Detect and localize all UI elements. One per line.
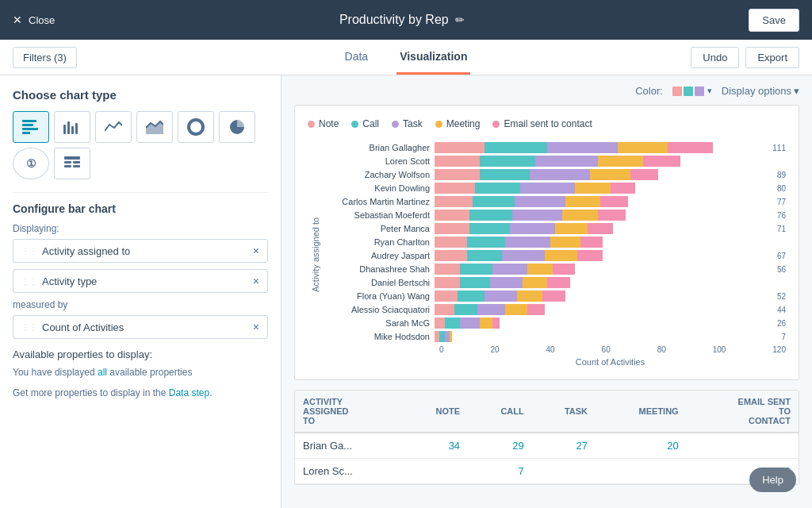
legend-email: Email sent to contact: [492, 118, 592, 129]
bar-row: Peter Manca71: [327, 223, 786, 234]
bar-value: 67: [777, 252, 786, 260]
legend-task: Task: [392, 118, 423, 129]
swatch-1: [672, 87, 682, 96]
chart-type-table[interactable]: [54, 148, 90, 179]
all-link[interactable]: all: [98, 367, 107, 378]
bar-segment-task: [485, 291, 517, 302]
bar-segment-email: [598, 210, 626, 221]
bar-segments: [435, 291, 769, 302]
bar-row: Zachary Wolfson89: [327, 169, 786, 180]
th-meeting: MEETING: [596, 391, 687, 433]
bar-segment-task: [515, 196, 565, 207]
bars-area: Brian Gallagher111Loren ScottZachary Wol…: [327, 142, 786, 342]
close-button[interactable]: ✕ Close: [13, 13, 55, 26]
bar-value: 26: [777, 319, 786, 328]
chart-type-vertical-bar[interactable]: [54, 111, 90, 143]
bar-segment-note: [435, 250, 467, 261]
field-label: Count of Activities: [42, 321, 124, 333]
remove-field-icon[interactable]: ×: [253, 275, 259, 287]
bar-segment-meeting: [517, 291, 542, 302]
svg-rect-1: [22, 124, 33, 126]
bar-row: Sebastian Moeferdt76: [327, 210, 786, 221]
bar-segment-meeting: [480, 318, 492, 329]
bar-segment-meeting: [505, 304, 528, 315]
bar-value: 44: [777, 306, 786, 314]
field-activity-type[interactable]: ⋮⋮ Activity type ×: [13, 269, 268, 293]
bar-segment-email: [580, 237, 603, 248]
td-note: 34: [402, 433, 468, 459]
displaying-label: Displaying:: [13, 223, 268, 234]
data-table: ACTIVITYASSIGNEDTO NOTE CALL TASK MEETIN…: [294, 390, 799, 485]
edit-icon[interactable]: ✏: [455, 13, 465, 26]
x-axis: 020406080100120: [435, 345, 786, 354]
td-note: [402, 459, 468, 484]
table-row: Brian Ga... 34 29 27 20: [295, 433, 799, 459]
bar-row: Loren Scott: [327, 156, 786, 167]
data-step-link[interactable]: Data step.: [169, 387, 213, 398]
close-icon: ✕: [13, 13, 22, 26]
bar-row: Kevin Dowling80: [327, 183, 786, 194]
svg-marker-8: [146, 121, 163, 134]
td-call: 29: [468, 433, 532, 459]
tabs-left: Filters (3): [13, 47, 342, 68]
display-options-button[interactable]: Display options ▾: [722, 85, 799, 97]
bar-label: Loren Scott: [327, 156, 430, 166]
available-title: Available properties to display:: [13, 348, 268, 360]
bar-segment-note: [435, 169, 480, 180]
bar-segment-task: [502, 250, 545, 261]
swatch-3: [695, 87, 704, 96]
remove-field-icon[interactable]: ×: [253, 244, 259, 257]
bar-segment-meeting: [598, 156, 643, 167]
bar-segment-note: [435, 291, 458, 302]
header-right: Save: [749, 9, 799, 32]
save-button[interactable]: Save: [749, 9, 799, 32]
bar-segment-email: [668, 142, 713, 153]
chart-types: ①: [13, 111, 268, 179]
field-count-activities[interactable]: ⋮⋮ Count of Activities ×: [13, 315, 268, 339]
bar-segments: [435, 210, 769, 221]
legend-label-task: Task: [403, 118, 423, 129]
field-label: Activity type: [42, 275, 97, 287]
bar-segment-note: [435, 210, 469, 221]
bar-row: Audrey Jaspart67: [327, 250, 786, 261]
tab-visualization[interactable]: Visualization: [396, 40, 470, 75]
chevron-down-icon: ▾: [794, 85, 799, 97]
measured-by-label: measured by: [13, 299, 268, 310]
help-button[interactable]: Help: [749, 468, 796, 492]
bar-segment-note: [435, 264, 460, 275]
legend-note: Note: [308, 118, 339, 129]
bar-segment-meeting: [618, 142, 668, 153]
chart-type-donut[interactable]: [178, 111, 214, 143]
svg-rect-15: [64, 165, 71, 167]
bar-segment-email: [577, 250, 603, 261]
more-props-text: Get more properties to display in the Da…: [13, 386, 268, 400]
chart-type-pie[interactable]: [219, 111, 255, 143]
bar-segment-email: [547, 277, 570, 288]
bar-segment-task: [512, 210, 562, 221]
bar-label: Alessio Sciacquatori: [327, 305, 430, 314]
filters-button[interactable]: Filters (3): [13, 47, 77, 68]
chart-type-number[interactable]: ①: [13, 148, 49, 179]
bar-value: 77: [777, 198, 786, 206]
chart-type-horizontal-bar[interactable]: [13, 111, 49, 143]
tab-data[interactable]: Data: [342, 40, 372, 75]
svg-rect-7: [75, 123, 78, 134]
export-button[interactable]: Export: [745, 47, 799, 68]
bar-segment-meeting: [545, 250, 577, 261]
bar-segment-call: [480, 156, 535, 167]
field-activity-assigned[interactable]: ⋮⋮ Activity assigned to ×: [13, 239, 268, 263]
bar-value: 111: [772, 144, 786, 152]
bar-segment-call: [454, 304, 477, 315]
color-swatch[interactable]: ▾: [672, 86, 712, 96]
undo-button[interactable]: Undo: [691, 47, 739, 68]
bar-segment-note: [435, 156, 480, 167]
report-title: Productivity by Rep: [339, 13, 449, 27]
bar-segment-call: [445, 318, 460, 329]
chart-type-line[interactable]: [95, 111, 132, 143]
close-label: Close: [29, 14, 55, 26]
bar-segment-email: [492, 318, 500, 329]
td-name: Brian Ga...: [295, 433, 402, 459]
remove-measure-icon[interactable]: ×: [253, 321, 259, 333]
bar-label: Dhanashree Shah: [327, 264, 430, 274]
chart-type-area[interactable]: [136, 111, 173, 143]
